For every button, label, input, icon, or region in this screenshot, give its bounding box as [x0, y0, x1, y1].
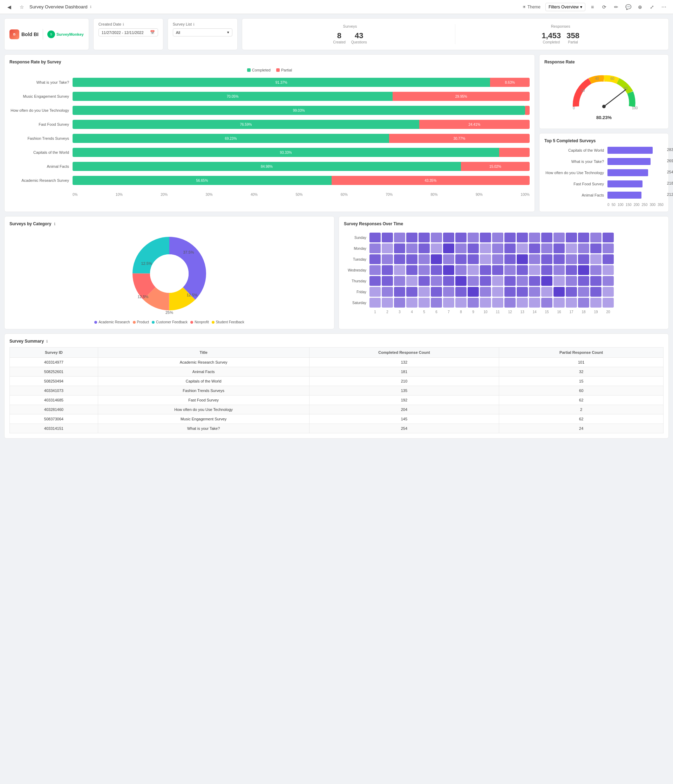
partial-stat: 358 Partial: [566, 31, 580, 44]
bar-label: How often do you Use Technology: [9, 108, 73, 112]
heatmap-cell: [529, 233, 540, 243]
heatmap-cell: [578, 243, 589, 253]
table-header-cell: Title: [98, 347, 309, 358]
created-date-info-icon[interactable]: ℹ: [123, 22, 124, 26]
heatmap-col-label: 10: [480, 310, 491, 314]
theme-button[interactable]: ☀ Theme: [519, 3, 543, 11]
donut-card: Surveys by Category ℹ: [4, 216, 334, 329]
top5-bar-wrap: 254: [608, 169, 664, 176]
heatmap-cell: [419, 287, 430, 297]
bar-label: Animal Facts: [9, 164, 73, 168]
heatmap-cell: [603, 298, 614, 308]
survey-list-select[interactable]: All ▾: [173, 28, 232, 36]
heatmap-cell: [603, 265, 614, 275]
heatmap-cell: [394, 298, 405, 308]
heatmap-cell: [443, 233, 454, 243]
heatmap-cell: [578, 233, 589, 243]
created-stat: 8 Created: [333, 31, 346, 44]
top-section: B Bold BI S SurveyMonkey Created Date ℹ …: [4, 18, 669, 50]
partial-legend-dot: [276, 68, 280, 72]
donut-legend-item: Academic Research: [94, 320, 130, 324]
donut-title: Surveys by Category ℹ: [9, 221, 329, 226]
back-button[interactable]: ◀: [4, 2, 14, 12]
heatmap-cell: [467, 243, 479, 253]
heatmap-cell: [382, 287, 393, 297]
heatmap-row: Sunday: [344, 233, 664, 243]
svg-text:25%: 25%: [165, 310, 173, 314]
heatmap-cell: [419, 276, 430, 286]
table-cell: 60: [499, 386, 664, 395]
refresh-button[interactable]: ⟳: [600, 2, 609, 12]
donut-info-icon[interactable]: ℹ: [54, 222, 55, 226]
heatmap-cell: [419, 243, 430, 253]
share-button[interactable]: ⊕: [635, 2, 645, 12]
legend-completed: Completed: [247, 68, 271, 72]
heatmap-cell: [553, 287, 565, 297]
heatmap-cell: [369, 287, 381, 297]
heatmap-cell: [517, 287, 528, 297]
heatmap-cell: [467, 276, 479, 286]
top5-x-axis: 050100150200250300350: [544, 203, 664, 207]
donut-legend-item: Nonprofit: [190, 320, 209, 324]
heatmap-cell: [455, 254, 467, 264]
chevron-down-icon: ▾: [227, 30, 229, 35]
menu-button[interactable]: ≡: [587, 2, 597, 12]
table-info-icon[interactable]: ℹ: [46, 339, 48, 343]
heatmap-cell: [492, 265, 503, 275]
header-left: ◀ ☆ Survey Overview Dashboard ℹ: [4, 2, 517, 12]
heatmap-cell: [590, 243, 601, 253]
top5-x-label: 0: [608, 203, 609, 207]
heatmap-cell: [431, 233, 442, 243]
heatmap-card: Survey Responses Over Time SundayMondayT…: [339, 216, 669, 329]
donut-legend-label: Product: [137, 320, 149, 324]
top5-x-label: 150: [626, 203, 632, 207]
comment-button[interactable]: 💬: [623, 2, 633, 12]
heatmap-cell: [382, 276, 393, 286]
completed-bar: 93.33%: [73, 148, 499, 157]
bar-row: Music Engagement Survey70.05%29.95%: [9, 92, 530, 101]
table-cell: 101: [499, 358, 664, 367]
top5-container: Capitals of the World283What is your Tak…: [544, 147, 664, 199]
heatmap-cell: [603, 287, 614, 297]
bar-label: Fashion Trends Surveys: [9, 136, 73, 140]
svg-line-6: [604, 90, 626, 106]
completed-bar: 56.65%: [73, 176, 332, 185]
partial-bar: 8.63%: [490, 78, 530, 87]
gauge-svg: 0 20 40 60 80 100: [569, 72, 639, 114]
top5-label: Animal Facts: [544, 193, 608, 197]
heatmap-cell: [517, 254, 528, 264]
questions-stat: 43 Questions: [351, 31, 367, 44]
heatmap-col-label: 14: [529, 310, 540, 314]
heatmap-cell: [419, 298, 430, 308]
completed-bar: 76.59%: [73, 120, 419, 129]
table-cell: How often do you Use Technology: [98, 405, 309, 414]
survey-list-info-icon[interactable]: ℹ: [193, 22, 195, 26]
star-button[interactable]: ☆: [17, 2, 26, 12]
heatmap-col-label: 7: [443, 310, 454, 314]
donut-legend-dot: [190, 321, 193, 324]
heatmap-cell: [590, 265, 601, 275]
expand-button[interactable]: ⤢: [647, 2, 657, 12]
top5-value: 212: [667, 192, 673, 196]
filters-button[interactable]: Filters Overview ▾: [545, 3, 585, 11]
more-button[interactable]: ⋯: [659, 2, 669, 12]
heatmap-cell: [492, 243, 503, 253]
partial-bar: [525, 106, 530, 115]
bar-label: Fast Food Survey: [9, 122, 73, 126]
heatmap-cell: [517, 298, 528, 308]
heatmap-cell: [541, 233, 552, 243]
heatmap-col-label: 20: [603, 310, 614, 314]
completed-bar: 91.37%: [73, 78, 490, 87]
donut-legend-label: Student Feedback: [216, 320, 244, 324]
completed-stat: 1,453 Completed: [542, 31, 561, 44]
heatmap-cell: [529, 265, 540, 275]
heatmap-col-label: 5: [419, 310, 430, 314]
created-date-input[interactable]: 11/27/2022 - 12/11/2022 📅: [98, 28, 158, 36]
table-cell: 181: [309, 367, 499, 376]
title-info-icon[interactable]: ℹ: [90, 5, 92, 9]
bar-container: 84.98%15.02%: [73, 162, 530, 171]
edit-button[interactable]: ✏: [611, 2, 621, 12]
heatmap-col-label: 12: [505, 310, 516, 314]
heatmap-cell: [566, 243, 577, 253]
table-cell: Music Engagement Survey: [98, 414, 309, 424]
